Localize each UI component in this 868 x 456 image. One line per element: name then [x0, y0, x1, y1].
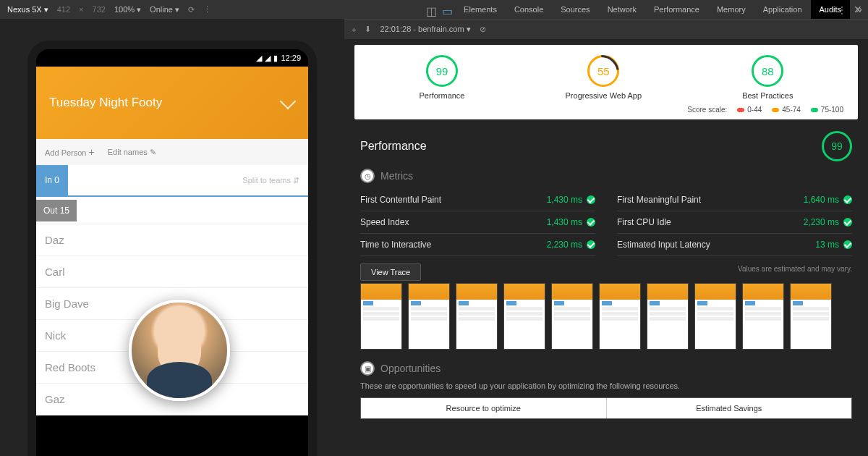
metrics-heading: Metrics	[380, 170, 413, 182]
check-icon	[587, 195, 595, 204]
device-selector[interactable]: Nexus 5X ▾	[7, 5, 48, 14]
opportunities-text: These are opportunities to speed up your…	[360, 381, 852, 390]
width-value: 412	[57, 5, 70, 14]
height-value: 732	[93, 5, 106, 14]
plus-icon: +	[89, 146, 95, 158]
metric-value: 1,430 ms	[547, 217, 595, 227]
filmstrip-frame[interactable]	[408, 283, 450, 350]
clock-value: 12:29	[281, 54, 301, 62]
close-icon[interactable]: ✕	[854, 4, 862, 15]
bp-score[interactable]: 88	[752, 55, 783, 87]
filmstrip-frame[interactable]	[742, 283, 784, 350]
check-icon	[843, 195, 852, 204]
list-item[interactable]: Carl	[36, 256, 308, 288]
add-person-button[interactable]: Add Person +	[45, 146, 95, 158]
filmstrip-frame[interactable]	[360, 283, 402, 350]
wifi-icon: ◢	[256, 54, 262, 63]
filmstrip-frame[interactable]	[551, 283, 593, 350]
edit-names-button[interactable]: Edit names ✎	[108, 148, 156, 157]
tab-performance[interactable]: Performance	[645, 0, 708, 19]
avatar	[129, 300, 230, 401]
bp-label: Best Practices	[742, 91, 793, 100]
download-icon[interactable]: ⬇	[365, 25, 371, 34]
more-icon[interactable]: ⋮	[203, 5, 211, 14]
stopwatch-icon: ◷	[360, 169, 375, 183]
filmstrip-frame[interactable]	[599, 283, 641, 350]
filter-icon: ⇵	[293, 176, 299, 185]
metric-value: 2,230 ms	[804, 217, 852, 227]
clear-icon[interactable]: ⊘	[480, 25, 486, 34]
filmstrip-frame[interactable]	[694, 283, 736, 350]
metric-name: First CPU Idle	[617, 217, 671, 227]
dim-separator: ×	[79, 5, 83, 14]
metric-name: Estimated Input Latency	[617, 240, 710, 250]
pencil-icon: ✎	[150, 148, 156, 156]
estimate-note: Values are estimated and may vary.	[360, 265, 852, 273]
check-icon	[843, 218, 852, 227]
chevron-down-icon[interactable]	[280, 93, 297, 110]
tab-in[interactable]: In 0	[36, 165, 68, 195]
filmstrip-frame[interactable]	[790, 283, 832, 350]
check-icon	[587, 218, 595, 227]
tab-out[interactable]: Out 15	[36, 200, 77, 221]
metric-name: Speed Index	[360, 217, 409, 227]
new-audit-icon[interactable]: +	[352, 25, 356, 34]
filmstrip	[360, 283, 852, 350]
metric-name: First Contentful Paint	[360, 195, 441, 205]
battery-icon: ▮	[273, 54, 278, 63]
pwa-label: Progressive Web App	[566, 91, 642, 100]
perf-label: Performance	[420, 91, 465, 100]
tab-network[interactable]: Network	[599, 0, 645, 19]
opportunities-table: Resource to optimize Estimated Savings	[360, 397, 852, 419]
tab-sources[interactable]: Sources	[552, 0, 598, 19]
filmstrip-frame[interactable]	[503, 283, 545, 350]
metric-value: 13 ms	[815, 240, 852, 250]
scale-red: 0-44	[737, 106, 762, 114]
list-item[interactable]: Daz	[36, 224, 308, 256]
score-card: 99 Performance 55 Progressive Web App 88…	[354, 45, 858, 119]
perf-score[interactable]: 99	[426, 55, 458, 87]
tab-application[interactable]: Application	[754, 0, 811, 19]
metric-name: Time to Interactive	[360, 240, 431, 250]
filmstrip-frame[interactable]	[456, 283, 498, 350]
opportunities-heading: Opportunities	[380, 363, 441, 374]
metric-value: 1,640 ms	[804, 195, 852, 205]
tab-console[interactable]: Console	[506, 0, 552, 19]
table-header: Resource to optimize	[361, 398, 607, 418]
tab-memory[interactable]: Memory	[708, 0, 754, 19]
check-icon	[587, 240, 595, 249]
section-score: 99	[822, 131, 852, 161]
tab-elements[interactable]: Elements	[455, 0, 506, 19]
scale-label: Score scale:	[687, 106, 727, 114]
section-title: Performance	[360, 140, 427, 153]
network-selector[interactable]: Online ▾	[150, 5, 179, 14]
opportunities-icon: ▣	[360, 361, 375, 376]
signal-icon: ◢	[265, 54, 271, 63]
zoom-selector[interactable]: 100% ▾	[114, 5, 141, 14]
rotate-icon[interactable]: ⟳	[188, 5, 195, 14]
check-icon	[843, 240, 852, 249]
device-icon[interactable]: ▭	[442, 4, 452, 14]
inspect-icon[interactable]: ◫	[426, 4, 436, 14]
settings-icon[interactable]: ⋮	[838, 5, 846, 15]
scale-orange: 45-74	[772, 106, 801, 114]
pwa-score[interactable]: 55	[587, 55, 619, 87]
view-trace-button[interactable]: View Trace	[360, 263, 421, 281]
metric-name: First Meaningful Paint	[617, 195, 701, 205]
audit-selector[interactable]: 22:01:28 - benfrain.com ▾	[380, 25, 470, 34]
metric-value: 2,230 ms	[547, 240, 595, 250]
split-teams-button[interactable]: Split to teams ⇵	[242, 176, 299, 185]
app-title: Tuesday Night Footy	[49, 96, 162, 110]
table-header: Estimated Savings	[607, 398, 852, 418]
scale-green: 75-100	[811, 106, 843, 114]
filmstrip-frame[interactable]	[647, 283, 689, 350]
metric-value: 1,430 ms	[547, 195, 595, 205]
